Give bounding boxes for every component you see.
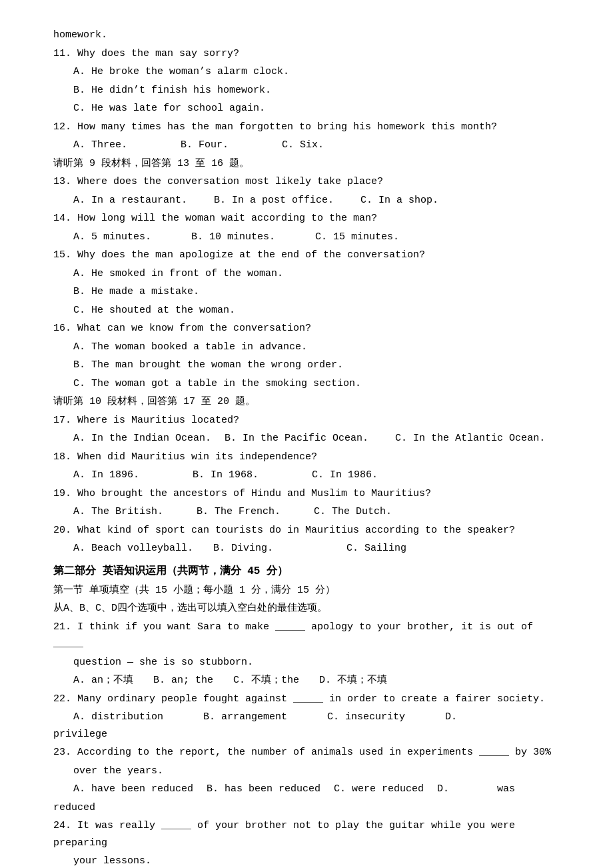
- question-15: 15. Why does the man apologize at the en…: [53, 247, 560, 319]
- question-20: 20. What kind of sport can tourists do i…: [53, 522, 560, 557]
- part2-title: 第二部分 英语知识运用（共两节，满分 45 分）: [53, 563, 560, 581]
- intro-line: homework.: [53, 27, 560, 44]
- part2-section1: 第一节 单项填空（共 15 小题；每小题 1 分，满分 15 分）: [53, 582, 560, 599]
- question-22: 22. Many ordinary people fought against …: [53, 691, 560, 743]
- question-13: 13. Where does the conversation most lik…: [53, 173, 560, 209]
- question-16: 16. What can we know from the conversati…: [53, 320, 560, 392]
- question-19: 19. Who brought the ancestors of Hindu a…: [53, 485, 560, 521]
- question-17: 17. Where is Mauritius located? A. In th…: [53, 412, 560, 447]
- question-23: 23. According to the report, the number …: [53, 744, 560, 816]
- question-11: 11. Why does the man say sorry? A. He br…: [53, 45, 560, 117]
- section-header-9: 请听第 9 段材料，回答第 13 至 16 题。: [53, 155, 560, 173]
- question-12: 12. How many times has the man forgotten…: [53, 119, 560, 154]
- question-24: 24. It was really _____ of your brother …: [53, 817, 560, 868]
- question-21: 21. I think if you want Sara to make ___…: [53, 619, 560, 689]
- question-14: 14. How long will the woman wait accordi…: [53, 210, 560, 245]
- main-content: homework. 11. Why does the man say sorry…: [53, 27, 560, 868]
- part2-instruction: 从A、B、C、D四个选项中，选出可以填入空白处的最佳选项。: [53, 600, 560, 617]
- section-header-10: 请听第 10 段材料，回答第 17 至 20 题。: [53, 393, 560, 411]
- question-18: 18. When did Mauritius win its independe…: [53, 449, 560, 484]
